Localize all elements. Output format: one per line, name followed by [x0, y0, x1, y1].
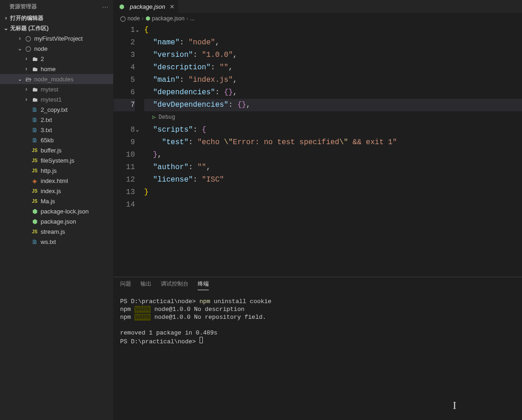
file-txt-icon: 🗎: [30, 116, 39, 123]
tree-item-label: 2.txt: [41, 116, 52, 123]
tree-item-label: 3.txt: [41, 127, 52, 134]
terminal-line: npm WARN node@1.0.0 No description: [120, 305, 516, 313]
tree-item[interactable]: JSindex.js: [0, 186, 113, 196]
tab-output[interactable]: 输出: [140, 280, 152, 290]
tree-item-label: mytest: [41, 86, 58, 93]
tree-item-label: Ma.js: [41, 198, 55, 205]
tree-item[interactable]: 🗎ws.txt: [0, 237, 113, 247]
line-number: [114, 111, 135, 124]
tree-item[interactable]: 🗎2.txt: [0, 115, 113, 125]
tree-item-label: 2_copy.txt: [41, 106, 67, 113]
file-json-icon: ⬢: [30, 207, 39, 215]
tree-item[interactable]: 🗎2_copy.txt: [0, 104, 113, 115]
line-gutter: 1234567891011121314: [114, 24, 144, 277]
file-txt-icon: 🗎: [30, 126, 39, 134]
panel-tabs: 问题 输出 调试控制台 终端: [114, 277, 522, 293]
line-number: 4: [114, 61, 135, 74]
circle-icon: ◯: [24, 45, 32, 52]
tree-item-label: package-lock.json: [41, 208, 89, 215]
chevron-icon: ›: [23, 86, 30, 92]
file-json-icon: ⬢: [30, 218, 39, 225]
json-icon: ⬢: [146, 15, 150, 22]
tab-problems[interactable]: 问题: [120, 280, 131, 290]
tree-item[interactable]: JSbuffer.js: [0, 145, 113, 155]
tab-package-json[interactable]: ⬢ package.json ✕: [114, 0, 179, 13]
tree-item[interactable]: JSMa.js: [0, 196, 113, 206]
crumb-2: ...: [190, 15, 194, 22]
tree-item[interactable]: ◈index.html: [0, 176, 113, 186]
chevron-icon: ›: [23, 66, 30, 72]
line-number: 2: [114, 37, 135, 49]
code-content[interactable]: ⌄{ "name": "node", "version": "1.0.0", "…: [144, 24, 522, 277]
tree-item[interactable]: ›🖿mytest: [0, 84, 113, 94]
line-number: 13: [114, 186, 135, 199]
tree-item[interactable]: ⬢package-lock.json: [0, 206, 113, 216]
tree-item[interactable]: ›🖿2: [0, 54, 113, 64]
circle-icon: ◯: [120, 16, 126, 22]
tree-item-label: ws.txt: [41, 238, 56, 245]
more-icon[interactable]: ···: [102, 3, 109, 10]
explorer-header: 资源管理器 ···: [0, 0, 113, 13]
line-number: 3: [114, 49, 135, 61]
circle-icon: ◯: [24, 35, 32, 42]
tree-item-label: http.js: [41, 167, 57, 174]
editor-tabs: ⬢ package.json ✕: [114, 0, 522, 13]
file-js-icon: JS: [30, 157, 39, 164]
tree-item-label: node_modules: [34, 76, 73, 83]
workspace-section[interactable]: ⌄ 无标题 (工作区): [0, 23, 113, 33]
breadcrumb[interactable]: ◯node › ⬢package.json › ...: [114, 13, 522, 24]
terminal-cursor: [200, 337, 203, 343]
open-editors-section[interactable]: › 打开的编辑器: [0, 13, 113, 23]
file-js-icon: JS: [30, 167, 39, 174]
tree-item[interactable]: JShttp.js: [0, 165, 113, 176]
tree-item[interactable]: JSstream.js: [0, 226, 113, 237]
tree-item-label: home: [41, 66, 56, 73]
tree-item-label: myFirstViteProject: [34, 35, 83, 42]
tree-item-label: stream.js: [41, 228, 65, 235]
tab-terminal[interactable]: 终端: [198, 280, 209, 290]
explorer-title: 资源管理器: [9, 3, 37, 11]
text-cursor-icon: I: [453, 399, 456, 412]
line-number: 6: [114, 86, 135, 99]
explorer-sidebar: 资源管理器 ··· › 打开的编辑器 ⌄ 无标题 (工作区) ›◯myFirst…: [0, 0, 114, 420]
terminal-line: PS D:\practical\node> npm uninstall cook…: [120, 298, 516, 305]
tree-item[interactable]: ›🖿mytest1: [0, 94, 113, 104]
tree-item[interactable]: 🗎65kb: [0, 135, 113, 145]
line-number: 5: [114, 74, 135, 86]
file-js-icon: JS: [30, 187, 39, 195]
tree-item[interactable]: ⬢package.json: [0, 216, 113, 226]
terminal[interactable]: PS D:\practical\node> npm uninstall cook…: [114, 293, 522, 420]
debug-codelens[interactable]: ▷Debug: [144, 111, 522, 124]
tree-item[interactable]: ›🖿home: [0, 64, 113, 74]
chevron-icon: ›: [23, 96, 30, 103]
tree-item-label: 2: [41, 55, 44, 62]
tree-item-label: buffer.js: [41, 147, 61, 154]
play-icon: ▷: [152, 111, 156, 124]
tree-item[interactable]: ⌄🗁node_modules: [0, 74, 113, 84]
line-number: 10: [114, 149, 135, 161]
terminal-line: npm WARN node@1.0.0 No repository field.: [120, 313, 516, 321]
open-editors-label: 打开的编辑器: [10, 14, 43, 22]
folder-icon: 🖿: [30, 65, 39, 73]
chevron-icon: ⌄: [17, 45, 23, 52]
crumb-0: node: [127, 15, 140, 22]
close-icon[interactable]: ✕: [170, 3, 175, 10]
tree-item[interactable]: JSfileSystem.js: [0, 155, 113, 165]
chevron-down-icon[interactable]: ⌄: [136, 24, 139, 37]
tree-item[interactable]: ›◯myFirstViteProject: [0, 33, 113, 43]
tree-item[interactable]: ⌄◯node: [0, 43, 113, 54]
tree-item[interactable]: 🗎3.txt: [0, 125, 113, 135]
crumb-1: package.json: [152, 15, 185, 22]
chevron-right-icon: ›: [186, 15, 188, 22]
tree-item-label: package.json: [41, 218, 76, 225]
chevron-icon: ›: [17, 35, 23, 42]
tree-item-label: node: [34, 45, 48, 52]
chevron-right-icon: ›: [3, 15, 9, 21]
line-number: 1: [114, 24, 135, 37]
tab-debug-console[interactable]: 调试控制台: [161, 280, 188, 290]
tree-item-label: index.js: [41, 188, 61, 195]
line-number: 7: [114, 99, 135, 111]
chevron-down-icon[interactable]: ⌄: [136, 124, 139, 136]
code-editor[interactable]: 1234567891011121314 ⌄{ "name": "node", "…: [114, 24, 522, 277]
line-number: 11: [114, 161, 135, 174]
